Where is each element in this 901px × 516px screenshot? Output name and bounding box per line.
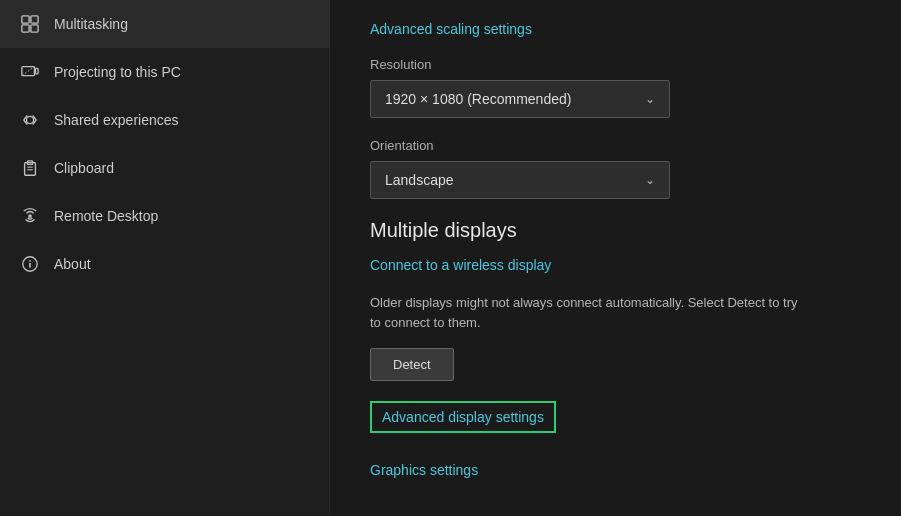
projecting-icon	[20, 62, 40, 82]
remote-icon	[20, 206, 40, 226]
orientation-dropdown-arrow: ⌄	[645, 173, 655, 187]
sidebar-item-label-remote: Remote Desktop	[54, 208, 158, 224]
sidebar-item-label-multitasking: Multitasking	[54, 16, 128, 32]
sidebar-item-projecting[interactable]: Projecting to this PC	[0, 48, 329, 96]
main-content: Advanced scaling settings Resolution 192…	[330, 0, 901, 516]
svg-point-19	[29, 260, 31, 262]
advanced-display-link[interactable]: Advanced display settings	[370, 401, 556, 433]
resolution-value: 1920 × 1080 (Recommended)	[385, 91, 571, 107]
svg-point-16	[28, 214, 32, 218]
resolution-dropdown[interactable]: 1920 × 1080 (Recommended) ⌄	[370, 80, 670, 118]
graphics-settings-link[interactable]: Graphics settings	[370, 462, 478, 478]
orientation-value: Landscape	[385, 172, 454, 188]
advanced-scaling-link[interactable]: Advanced scaling settings	[370, 21, 532, 37]
sidebar-item-label-about: About	[54, 256, 91, 272]
settings-sidebar: Multitasking Projecting to this PC Share…	[0, 0, 330, 516]
orientation-dropdown[interactable]: Landscape ⌄	[370, 161, 670, 199]
resolution-section: Resolution 1920 × 1080 (Recommended) ⌄	[370, 57, 861, 118]
wireless-display-link[interactable]: Connect to a wireless display	[370, 257, 551, 273]
about-icon	[20, 254, 40, 274]
shared-icon	[20, 110, 40, 130]
orientation-label: Orientation	[370, 138, 861, 153]
svg-point-7	[26, 116, 33, 123]
sidebar-item-about[interactable]: About	[0, 240, 329, 288]
orientation-section: Orientation Landscape ⌄	[370, 138, 861, 199]
multiple-displays-heading: Multiple displays	[370, 219, 861, 242]
detect-button[interactable]: Detect	[370, 348, 454, 381]
svg-rect-2	[22, 25, 29, 32]
clipboard-icon	[20, 158, 40, 178]
svg-line-6	[22, 67, 35, 76]
sidebar-item-clipboard[interactable]: Clipboard	[0, 144, 329, 192]
sidebar-item-shared[interactable]: Shared experiences	[0, 96, 329, 144]
sidebar-item-multitasking[interactable]: Multitasking	[0, 0, 329, 48]
older-displays-text: Older displays might not always connect …	[370, 293, 810, 332]
sidebar-item-label-projecting: Projecting to this PC	[54, 64, 181, 80]
resolution-label: Resolution	[370, 57, 861, 72]
sidebar-item-label-shared: Shared experiences	[54, 112, 179, 128]
resolution-dropdown-arrow: ⌄	[645, 92, 655, 106]
svg-rect-5	[35, 68, 38, 73]
svg-rect-0	[22, 16, 29, 23]
svg-rect-3	[31, 25, 38, 32]
multitasking-icon	[20, 14, 40, 34]
sidebar-item-label-clipboard: Clipboard	[54, 160, 114, 176]
sidebar-item-remote[interactable]: Remote Desktop	[0, 192, 329, 240]
svg-rect-1	[31, 16, 38, 23]
